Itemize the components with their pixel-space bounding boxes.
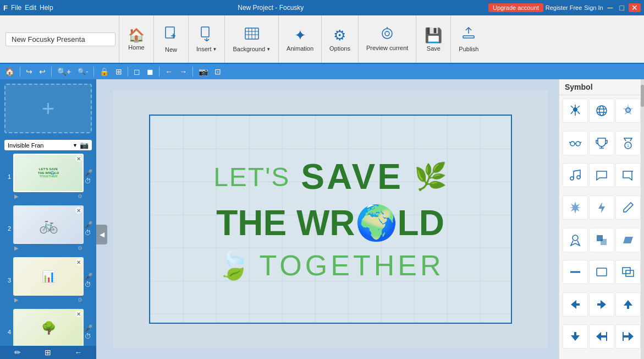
symbol-speech2[interactable] <box>615 163 641 187</box>
svg-rect-57 <box>623 332 624 341</box>
symbol-rect-overlap[interactable] <box>615 260 641 284</box>
menu-edit[interactable]: Edit <box>25 4 36 12</box>
titlebar: F File Edit Help New Project - Focusky U… <box>0 0 644 15</box>
t2-prev[interactable]: ← <box>162 66 175 77</box>
slide-close-2[interactable]: ✕ <box>75 207 82 214</box>
publish-button[interactable]: Publish <box>454 24 483 55</box>
symbol-lightning[interactable] <box>589 195 614 220</box>
symbol-burst[interactable] <box>563 195 588 220</box>
symbol-squares-overlap[interactable] <box>589 228 614 252</box>
preview-button[interactable]: Preview current <box>362 25 412 53</box>
slide-settings-1[interactable]: ⚙ <box>78 193 82 199</box>
new-button[interactable]: New <box>157 24 185 55</box>
svg-line-20 <box>571 111 573 114</box>
symbol-scrollbar-thumb[interactable] <box>641 85 644 107</box>
t2-home[interactable]: 🏠 <box>2 66 17 77</box>
slide-thumb-1[interactable]: ✕ LET'S SAVE THE WR🌍LD TOGETHER <box>13 154 84 192</box>
symbol-ribbon[interactable] <box>563 228 588 252</box>
symbol-spider[interactable] <box>563 99 588 123</box>
publish-icon <box>461 26 476 45</box>
menu-file[interactable]: File <box>11 4 21 12</box>
menu-help[interactable]: Help <box>40 4 53 12</box>
symbol-parallelogram[interactable] <box>615 228 641 252</box>
t2-layer-front[interactable]: ◼ <box>144 66 156 77</box>
slide-play-2[interactable]: ▶ <box>14 245 19 251</box>
presentation-title-input[interactable]: New Focusky Presenta <box>5 32 115 46</box>
symbol-rewind[interactable] <box>589 324 614 349</box>
symbol-rect-outline[interactable] <box>589 260 614 284</box>
t2-redo[interactable]: ↩ <box>36 66 48 77</box>
t2-fit[interactable]: ⊡ <box>212 66 224 77</box>
symbol-scrollbar[interactable] <box>641 79 644 359</box>
slide-close-3[interactable]: ✕ <box>75 259 82 265</box>
ribbon: New Focusky Presenta 🏠 Home New <box>0 15 644 64</box>
canvas-content: LET'S SAVE 🌿 THE WR 🌍 LD 🍃 TOGETHER <box>113 90 548 348</box>
upgrade-button[interactable]: Upgrade account <box>488 3 543 12</box>
minimize-button[interactable]: ─ <box>606 3 615 12</box>
home-button[interactable]: 🏠 Home <box>123 25 150 53</box>
background-icon <box>244 26 260 45</box>
t2-layer-back[interactable]: ◻ <box>131 66 143 77</box>
t2-undo[interactable]: ↪ <box>23 66 35 77</box>
slide-play-1[interactable]: ▶ <box>14 193 19 199</box>
symbol-trophy[interactable] <box>589 131 614 155</box>
app-icons: F File Edit Help <box>3 4 53 12</box>
slide-close-4[interactable]: ✕ <box>75 311 82 317</box>
maximize-button[interactable]: □ <box>618 3 626 12</box>
frame-selector[interactable]: Invisible Fran ▼ 📷 <box>4 140 92 150</box>
slide-settings-3[interactable]: ⚙ <box>78 297 82 303</box>
ribbon-publish-section: Publish <box>451 15 486 63</box>
t2-next[interactable]: → <box>177 66 190 77</box>
symbol-arrow-left[interactable] <box>563 292 588 317</box>
symbol-speech1[interactable] <box>589 163 614 187</box>
t2-zoomin[interactable]: 🔍+ <box>54 66 74 77</box>
slide-item-1[interactable]: 1 ✕ LET'S SAVE THE WR🌍LD TOGETHER <box>2 153 94 201</box>
slide-timer-icon-2: ⏱ <box>85 229 93 237</box>
slide-play-3[interactable]: ▶ <box>14 297 19 303</box>
close-button[interactable]: ✕ <box>629 3 641 12</box>
svg-marker-40 <box>569 202 581 214</box>
symbol-arrow-down[interactable] <box>563 324 588 349</box>
slide-thumb-4[interactable]: ✕ 🌳 <box>13 309 84 346</box>
slide-back-btn[interactable]: ← <box>75 348 82 357</box>
t2-camera[interactable]: 📷 <box>196 66 211 77</box>
symbol-fastforward[interactable] <box>615 324 641 349</box>
slide-grid-btn[interactable]: ⊞ <box>45 348 51 357</box>
background-button[interactable]: Background ▼ <box>228 24 275 55</box>
text-row3: 🍃 TOGETHER <box>217 249 444 282</box>
slide-close-1[interactable]: ✕ <box>75 155 82 162</box>
slide-item-3[interactable]: 3 ✕ 📊 ▶ ⚙ 🎤 ⏱ <box>2 256 94 304</box>
symbol-medal[interactable]: 1 <box>615 131 641 155</box>
svg-point-24 <box>599 106 604 116</box>
t2-lock[interactable]: 🔒 <box>97 66 112 77</box>
symbol-music[interactable] <box>563 163 588 187</box>
symbol-web[interactable] <box>589 99 614 123</box>
symbol-pen[interactable] <box>615 195 641 220</box>
canvas-area[interactable]: LET'S SAVE 🌿 THE WR 🌍 LD 🍃 TOGETHER <box>96 79 559 359</box>
symbol-arrow-right[interactable] <box>589 292 614 317</box>
slide-item-2[interactable]: 2 ✕ 🚲 ▶ ⚙ 🎤 ⏱ <box>2 204 94 253</box>
slide-thumb-3[interactable]: ✕ 📊 <box>13 257 84 296</box>
insert-button[interactable]: Insert ▼ <box>192 24 221 55</box>
nav-arrow[interactable]: ◀ <box>96 225 107 244</box>
leaf-right: 🌿 <box>414 161 447 192</box>
svg-rect-55 <box>606 332 607 341</box>
slide-frame[interactable]: LET'S SAVE 🌿 THE WR 🌍 LD 🍃 TOGETHER <box>149 115 512 324</box>
symbol-glasses[interactable] <box>563 131 588 155</box>
add-slide-button[interactable]: + <box>4 84 92 133</box>
symbol-dash[interactable] <box>563 260 588 284</box>
register-button[interactable]: Register Free <box>546 4 582 11</box>
t2-zoomout[interactable]: 🔍- <box>75 67 91 77</box>
camera-icon[interactable]: 📷 <box>80 141 89 149</box>
options-button[interactable]: ⚙ Options <box>325 25 355 54</box>
t2-grid[interactable]: ⊞ <box>113 66 125 77</box>
slide-settings-2[interactable]: ⚙ <box>78 245 82 251</box>
signin-button[interactable]: Sign In <box>584 4 603 11</box>
save-button[interactable]: 💾 Save <box>420 25 447 54</box>
symbol-arrow-up[interactable] <box>615 292 641 317</box>
slide-thumb-2[interactable]: ✕ 🚲 <box>13 205 84 244</box>
slide-edit-btn[interactable]: ✏ <box>14 348 21 357</box>
symbol-seal[interactable] <box>615 99 641 123</box>
slide-item-4[interactable]: 4 ✕ 🌳 ▶ ⚙ 🎤 ⏱ <box>2 308 94 346</box>
animation-button[interactable]: ✦ Animation <box>282 25 318 54</box>
